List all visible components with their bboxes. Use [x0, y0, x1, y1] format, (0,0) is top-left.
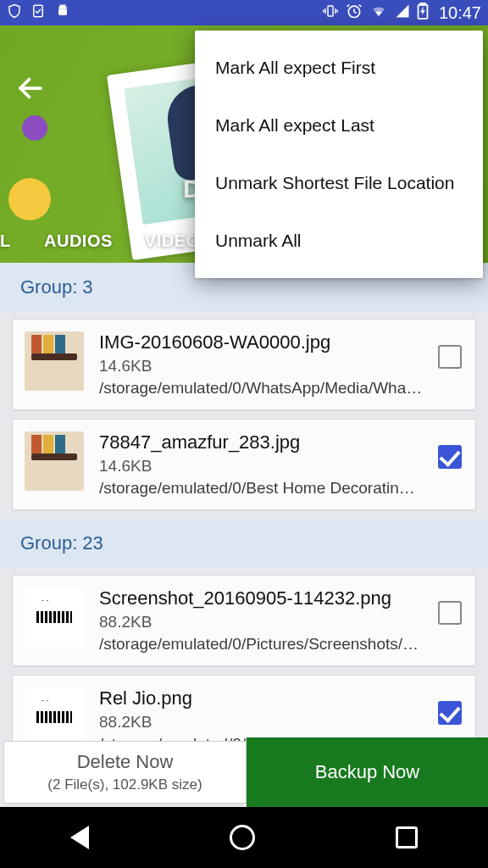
file-size: 14.6KB	[99, 357, 423, 376]
file-info: 78847_amazfur_283.jpg 14.6KB /storage/em…	[99, 431, 423, 498]
file-name: Screenshot_20160905-114232.png	[99, 587, 423, 609]
menu-item-unmark-all[interactable]: Unmark All	[195, 212, 483, 270]
tab-partial[interactable]: L	[0, 231, 12, 251]
file-info: Screenshot_20160905-114232.png 88.2KB /s…	[99, 587, 423, 654]
nav-home-icon[interactable]	[230, 825, 255, 850]
clipboard-check-icon	[30, 3, 46, 23]
svg-rect-1	[58, 8, 67, 15]
svg-rect-4	[328, 6, 333, 16]
file-size: 14.6KB	[99, 457, 423, 476]
shield-icon	[7, 3, 22, 23]
file-row[interactable]: IMG-20160608-WA0000.jpg 14.6KB /storage/…	[12, 319, 476, 410]
backup-label: Backup Now	[315, 761, 420, 783]
file-checkbox[interactable]	[438, 345, 462, 369]
back-button[interactable]	[15, 73, 46, 110]
battery-charging-icon	[417, 3, 429, 24]
file-name: Rel Jio.png	[99, 687, 423, 709]
nav-back-icon[interactable]	[70, 826, 89, 849]
file-thumbnail	[25, 587, 84, 647]
wifi-icon	[369, 3, 388, 23]
file-path: /storage/emulated/0/WhatsApp/Media/What…	[99, 379, 423, 398]
file-size: 88.2KB	[99, 713, 423, 732]
file-checkbox[interactable]	[438, 601, 462, 625]
file-checkbox[interactable]	[438, 701, 462, 725]
nav-recent-icon[interactable]	[396, 826, 418, 849]
cell-signal-icon	[395, 3, 410, 23]
menu-item-unmark-shortest-location[interactable]: Unmark Shortest File Location	[195, 154, 483, 212]
tab-audios[interactable]: AUDIOS	[44, 231, 113, 251]
alarm-icon	[346, 3, 363, 24]
android-robot-icon	[54, 3, 71, 24]
svg-rect-0	[34, 5, 43, 17]
file-size: 88.2KB	[99, 613, 423, 632]
menu-item-mark-all-except-first[interactable]: Mark All expect First	[195, 39, 483, 97]
file-thumbnail	[25, 331, 84, 391]
system-navigation-bar	[0, 807, 488, 868]
file-row[interactable]: Screenshot_20160905-114232.png 88.2KB /s…	[12, 575, 476, 666]
delete-now-button[interactable]: Delete Now (2 File(s), 102.9KB size)	[3, 741, 247, 804]
delete-label: Delete Now	[77, 751, 174, 773]
svg-rect-11	[420, 3, 424, 4]
status-bar: 10:47	[0, 0, 488, 25]
bottom-action-bar: Delete Now (2 File(s), 102.9KB size) Bac…	[0, 737, 488, 807]
file-name: IMG-20160608-WA0000.jpg	[99, 331, 423, 353]
file-row[interactable]: 78847_amazfur_283.jpg 14.6KB /storage/em…	[12, 419, 476, 510]
decoration-dot	[22, 115, 47, 141]
file-path: /storage/emulated/0/Pictures/Screenshots…	[99, 635, 423, 654]
file-thumbnail	[25, 431, 84, 491]
delete-sublabel: (2 File(s), 102.9KB size)	[47, 776, 202, 793]
vibrate-icon	[322, 3, 339, 23]
group-header: Group: 23	[0, 519, 488, 568]
file-info: IMG-20160608-WA0000.jpg 14.6KB /storage/…	[99, 331, 423, 398]
file-path: /storage/emulated/0/Best Home Decorating…	[99, 479, 423, 498]
backup-now-button[interactable]: Backup Now	[247, 737, 488, 807]
decoration-circle	[8, 178, 51, 220]
file-checkbox[interactable]	[438, 445, 462, 469]
file-name: 78847_amazfur_283.jpg	[99, 431, 423, 453]
overflow-menu: Mark All expect First Mark All expect La…	[195, 31, 483, 278]
status-clock-text: 10:47	[439, 3, 481, 23]
menu-item-mark-all-except-last[interactable]: Mark All expect Last	[195, 97, 483, 154]
